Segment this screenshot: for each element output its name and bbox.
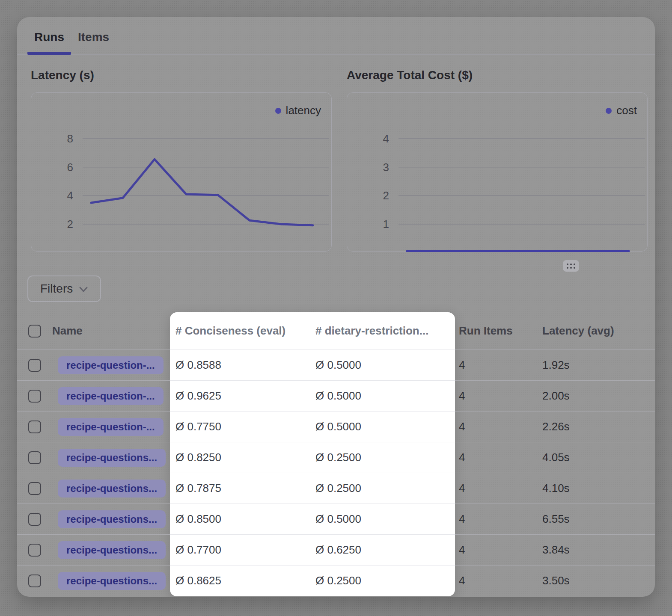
latency-legend-dot-icon — [275, 108, 281, 114]
conciseness-value: Ø 0.7700 — [170, 535, 313, 566]
dietary-restriction-value: Ø 0.6250 — [313, 535, 455, 566]
dietary-restriction-value: Ø 0.5000 — [313, 350, 455, 381]
row-checkbox[interactable] — [28, 390, 41, 403]
cost-chart-block: Average Total Cost ($) 4321 cost — [347, 55, 648, 266]
cost-chart-title: Average Total Cost ($) — [347, 68, 648, 82]
run-items-value: 4 — [455, 566, 539, 596]
runs-table: Name # Conciseness (eval) # dietary-rest… — [17, 312, 655, 596]
header-conciseness: # Conciseness (eval) — [170, 312, 313, 350]
dietary-restriction-value: Ø 0.5000 — [313, 504, 455, 535]
run-name-badge[interactable]: recipe-questions... — [58, 572, 166, 590]
table-row[interactable]: recipe-question-... Ø 0.9625 Ø 0.5000 4 … — [17, 381, 655, 412]
svg-text:4: 4 — [383, 132, 389, 145]
run-name-badge[interactable]: recipe-question-... — [58, 356, 164, 374]
tab-items[interactable]: Items — [71, 30, 116, 54]
svg-text:6: 6 — [67, 161, 73, 174]
dietary-restriction-value: Ø 0.2500 — [313, 442, 455, 473]
conciseness-value: Ø 0.8588 — [170, 350, 313, 381]
header-name: Name — [52, 312, 170, 350]
header-dietary-restriction: # dietary-restriction... — [313, 312, 455, 350]
cost-legend-dot-icon — [606, 108, 612, 114]
conciseness-value: Ø 0.7750 — [170, 412, 313, 442]
svg-text:3: 3 — [383, 161, 389, 174]
latency-chart-title: Latency (s) — [31, 68, 332, 82]
active-tab-underline — [27, 52, 71, 55]
latency-avg-value: 1.92s — [539, 350, 655, 381]
row-checkbox[interactable] — [28, 421, 41, 433]
conciseness-value: Ø 0.9625 — [170, 381, 313, 412]
conciseness-value: Ø 0.8500 — [170, 504, 313, 535]
header-checkbox-cell — [17, 312, 52, 350]
run-name-badge[interactable]: recipe-questions... — [58, 449, 166, 467]
cost-line-chart: 4321 — [347, 93, 648, 252]
run-items-value: 4 — [455, 473, 539, 504]
tab-runs[interactable]: Runs — [27, 30, 71, 54]
svg-text:2: 2 — [383, 189, 389, 202]
filters-section: Filters — [17, 266, 655, 312]
table-header: Name # Conciseness (eval) # dietary-rest… — [17, 312, 655, 350]
table-row[interactable]: recipe-questions... Ø 0.7700 Ø 0.6250 4 … — [17, 535, 655, 566]
table-row[interactable]: recipe-questions... Ø 0.8625 Ø 0.2500 4 … — [17, 566, 655, 596]
conciseness-value: Ø 0.7875 — [170, 473, 313, 504]
row-checkbox[interactable] — [28, 513, 41, 526]
run-name-badge[interactable]: recipe-questions... — [58, 510, 166, 528]
svg-text:2: 2 — [67, 218, 73, 231]
row-checkbox[interactable] — [28, 575, 41, 587]
header-latency-avg: Latency (avg) — [539, 312, 655, 350]
row-checkbox[interactable] — [28, 451, 41, 464]
svg-text:4: 4 — [67, 189, 73, 202]
select-all-checkbox[interactable] — [28, 325, 41, 338]
latency-legend-label: latency — [286, 104, 321, 117]
conciseness-value: Ø 0.8250 — [170, 442, 313, 473]
table-row[interactable]: recipe-questions... Ø 0.8500 Ø 0.5000 4 … — [17, 504, 655, 535]
cost-chart: 4321 cost — [347, 92, 648, 252]
latency-avg-value: 3.84s — [539, 535, 655, 566]
run-name-badge[interactable]: recipe-question-... — [58, 387, 164, 405]
table-row[interactable]: recipe-questions... Ø 0.8250 Ø 0.2500 4 … — [17, 442, 655, 473]
cost-legend: cost — [606, 104, 637, 117]
conciseness-value: Ø 0.8625 — [170, 566, 313, 596]
latency-avg-value: 3.50s — [539, 566, 655, 596]
filters-button[interactable]: Filters — [27, 275, 101, 302]
tabs-bar: Runs Items — [17, 17, 655, 55]
charts-row: Latency (s) 8642 latency Average Total C… — [17, 55, 655, 266]
chevron-down-icon — [79, 286, 88, 293]
dietary-restriction-value: Ø 0.5000 — [313, 381, 455, 412]
drag-handle-icon[interactable] — [563, 260, 579, 272]
cost-legend-label: cost — [616, 104, 637, 117]
latency-avg-value: 2.26s — [539, 412, 655, 442]
latency-chart: 8642 latency — [31, 92, 332, 252]
run-items-value: 4 — [455, 350, 539, 381]
latency-legend: latency — [275, 104, 321, 117]
row-checkbox[interactable] — [28, 359, 41, 372]
dietary-restriction-value: Ø 0.5000 — [313, 412, 455, 442]
svg-text:8: 8 — [67, 132, 73, 145]
run-name-badge[interactable]: recipe-questions... — [58, 480, 166, 498]
latency-avg-value: 4.05s — [539, 442, 655, 473]
run-name-badge[interactable]: recipe-questions... — [58, 541, 166, 559]
svg-text:1: 1 — [383, 218, 389, 231]
run-items-value: 4 — [455, 535, 539, 566]
table-row[interactable]: recipe-questions... Ø 0.7875 Ø 0.2500 4 … — [17, 473, 655, 504]
run-items-value: 4 — [455, 412, 539, 442]
table-row[interactable]: recipe-question-... Ø 0.7750 Ø 0.5000 4 … — [17, 412, 655, 442]
dietary-restriction-value: Ø 0.2500 — [313, 473, 455, 504]
runs-panel-card: Runs Items Latency (s) 8642 latency Aver… — [17, 17, 655, 597]
latency-avg-value: 2.00s — [539, 381, 655, 412]
tab-runs-label: Runs — [34, 30, 64, 44]
row-checkbox[interactable] — [28, 544, 41, 557]
run-name-badge[interactable]: recipe-question-... — [58, 418, 164, 436]
header-run-items: Run Items — [455, 312, 539, 350]
run-items-value: 4 — [455, 442, 539, 473]
table-row[interactable]: recipe-question-... Ø 0.8588 Ø 0.5000 4 … — [17, 350, 655, 381]
latency-chart-block: Latency (s) 8642 latency — [31, 55, 332, 266]
row-checkbox[interactable] — [28, 482, 41, 495]
run-items-value: 4 — [455, 381, 539, 412]
latency-avg-value: 6.55s — [539, 504, 655, 535]
table-body: recipe-question-... Ø 0.8588 Ø 0.5000 4 … — [17, 350, 655, 596]
dietary-restriction-value: Ø 0.2500 — [313, 566, 455, 596]
tab-items-label: Items — [78, 30, 109, 44]
run-items-value: 4 — [455, 504, 539, 535]
latency-avg-value: 4.10s — [539, 473, 655, 504]
filters-button-label: Filters — [40, 282, 73, 296]
